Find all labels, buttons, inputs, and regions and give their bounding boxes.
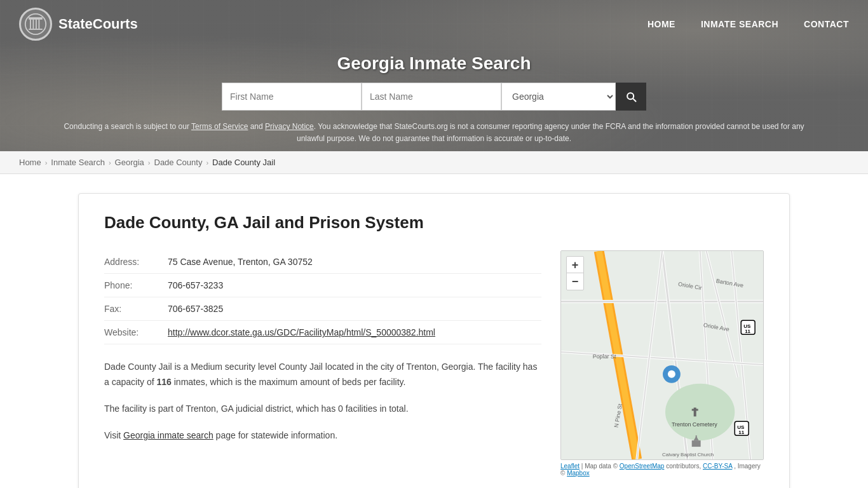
disclaimer-text2: . You acknowledge that StateCourts.org i… [297, 122, 804, 143]
svg-text:11: 11 [738, 430, 744, 436]
nav-inmate-search[interactable]: INMATE SEARCH [701, 19, 778, 29]
desc-paragraph-3: Visit Georgia inmate search page for sta… [104, 428, 541, 444]
facility-heading: Dade County, GA Jail and Prison System [104, 213, 764, 233]
address-value: 75 Case Avenue, Trenton, GA 30752 [168, 257, 313, 267]
header-title-area: Georgia Inmate Search [0, 48, 868, 83]
bc-sep-1: › [45, 159, 48, 166]
nav-contact[interactable]: CONTACT [804, 19, 849, 29]
breadcrumb-current: Dade County Jail [212, 158, 275, 167]
disclaimer-text1: Conducting a search is subject to our [64, 122, 191, 131]
capacity-value: 116 [157, 377, 172, 387]
map-container: Trenton Cemetery Calvary Baptist Church … [560, 250, 764, 460]
content-text: Address: 75 Case Avenue, Trenton, GA 307… [104, 250, 541, 477]
logo-text: StateCourts [58, 16, 138, 32]
logo-icon [19, 8, 52, 41]
svg-rect-4 [33, 20, 34, 29]
page-title: Georgia Inmate Search [0, 53, 868, 74]
bc-sep-2: › [109, 159, 111, 166]
search-bar: Select State AlabamaAlaskaArizona Arkans… [0, 83, 868, 118]
svg-rect-1 [29, 29, 43, 30]
svg-point-40 [668, 370, 675, 378]
svg-text:Poplar St: Poplar St [593, 353, 616, 360]
desc3-suffix: page for statewide information. [214, 430, 337, 440]
search-state-select[interactable]: Select State AlabamaAlaskaArizona Arkans… [501, 83, 616, 111]
search-button[interactable] [616, 83, 646, 111]
website-value: http://www.dcor.state.ga.us/GDC/Facility… [168, 327, 435, 337]
breadcrumb: Home › Inmate Search › Georgia › Dade Co… [0, 151, 868, 174]
phone-label: Phone: [104, 280, 168, 290]
address-label: Address: [104, 257, 168, 267]
leaflet-link[interactable]: Leaflet [560, 463, 580, 470]
svg-text:11: 11 [745, 329, 750, 335]
svg-rect-2 [29, 18, 43, 20]
map-footer: Leaflet | Map data © OpenStreetMap contr… [560, 463, 764, 477]
contributors-text: contributors, [666, 463, 703, 470]
svg-rect-6 [39, 20, 40, 29]
desc-paragraph-1: Dade County Jail is a Medium security le… [104, 360, 541, 390]
nav-home[interactable]: HOME [648, 19, 675, 29]
zoom-out-button[interactable]: − [567, 273, 583, 290]
fax-label: Fax: [104, 304, 168, 314]
main-content: Dade County, GA Jail and Prison System A… [53, 174, 815, 488]
search-last-name[interactable] [362, 83, 501, 111]
disclaimer-bar: Conducting a search is subject to our Te… [0, 118, 868, 151]
content-layout: Address: 75 Case Avenue, Trenton, GA 307… [104, 250, 764, 477]
fax-value: 706-657-3825 [168, 304, 223, 314]
svg-text:Calvary Baptist Church: Calvary Baptist Church [662, 452, 714, 458]
svg-rect-5 [36, 20, 37, 29]
info-table: Address: 75 Case Avenue, Trenton, GA 307… [104, 250, 541, 344]
website-label: Website: [104, 327, 168, 337]
zoom-in-button[interactable]: + [567, 257, 583, 273]
nav-bar: StateCourts HOME INMATE SEARCH CONTACT [0, 0, 868, 48]
svg-text:Trenton Cemetery: Trenton Cemetery [672, 422, 717, 428]
mapbox-link[interactable]: Mapbox [567, 470, 590, 477]
breadcrumb-county[interactable]: Dade County [154, 158, 203, 167]
bc-sep-4: › [206, 159, 208, 166]
bc-sep-3: › [148, 159, 151, 166]
svg-point-25 [665, 384, 735, 440]
breadcrumb-state[interactable]: Georgia [115, 158, 144, 167]
breadcrumb-inmate-search[interactable]: Inmate Search [51, 158, 105, 167]
desc-paragraph-2: The facility is part of Trenton, GA judi… [104, 402, 541, 417]
website-link[interactable]: http://www.dcor.state.ga.us/GDC/Facility… [168, 327, 435, 337]
nav-links: HOME INMATE SEARCH CONTACT [648, 19, 849, 29]
cc-by-sa-link[interactable]: CC-BY-SA [703, 463, 732, 470]
phone-row: Phone: 706-657-3233 [104, 274, 541, 297]
georgia-inmate-search-link[interactable]: Georgia inmate search [123, 430, 214, 440]
svg-rect-27 [692, 409, 698, 411]
map-zoom-controls: + − [566, 256, 584, 290]
disclaimer-and: and [248, 122, 265, 131]
svg-rect-3 [30, 20, 31, 29]
terms-of-service-link[interactable]: Terms of Service [191, 122, 248, 131]
content-map: Trenton Cemetery Calvary Baptist Church … [560, 250, 764, 477]
svg-rect-31 [696, 436, 697, 439]
address-row: Address: 75 Case Avenue, Trenton, GA 307… [104, 250, 541, 274]
privacy-notice-link[interactable]: Privacy Notice [265, 122, 314, 131]
phone-value: 706-657-3233 [168, 280, 223, 290]
openstreetmap-link[interactable]: OpenStreetMap [620, 463, 665, 470]
search-first-name[interactable] [222, 83, 362, 111]
desc3-prefix: Visit [104, 430, 123, 440]
fax-row: Fax: 706-657-3825 [104, 297, 541, 321]
search-icon [625, 90, 637, 103]
website-row: Website: http://www.dcor.state.ga.us/GDC… [104, 321, 541, 344]
desc1b-text: inmates, which is the maximum amount of … [172, 377, 406, 387]
breadcrumb-home[interactable]: Home [19, 158, 41, 167]
svg-rect-29 [692, 441, 701, 447]
page-header: StateCourts HOME INMATE SEARCH CONTACT G… [0, 0, 868, 151]
svg-rect-7 [29, 17, 43, 18]
map-data-text: | Map data © [581, 463, 620, 470]
map-svg: Trenton Cemetery Calvary Baptist Church … [561, 251, 763, 459]
logo-area: StateCourts [19, 8, 138, 41]
content-card: Dade County, GA Jail and Prison System A… [78, 193, 790, 488]
